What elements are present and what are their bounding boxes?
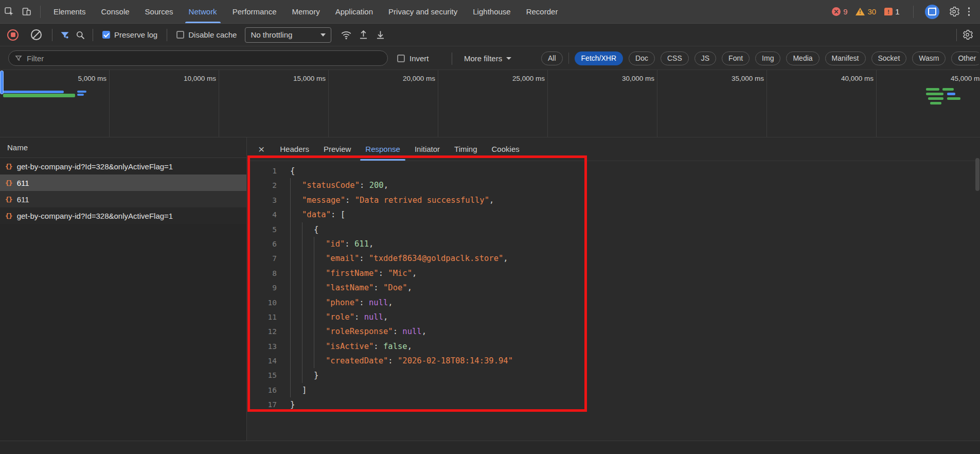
- filter-type-other[interactable]: Other: [951, 51, 979, 65]
- settings-gear-icon[interactable]: [946, 3, 963, 21]
- requests-panel: Name {}get-by-company-id?Id=328&onlyActi…: [0, 137, 247, 441]
- overview-selection-handle[interactable]: [0, 71, 4, 94]
- filter-type-img[interactable]: Img: [755, 51, 780, 65]
- search-icon[interactable]: [75, 30, 85, 40]
- device-toolbar-icon[interactable]: [17, 3, 35, 21]
- network-overview-timeline[interactable]: 5,000 ms10,000 ms15,000 ms20,000 ms25,00…: [0, 70, 980, 137]
- issues-badge[interactable]: ! 1: [884, 7, 899, 16]
- filter-type-fetch-xhr[interactable]: Fetch/XHR: [575, 51, 623, 65]
- line-number: 5: [247, 222, 277, 237]
- line-number: 4: [247, 207, 277, 222]
- devtools-tab-performance[interactable]: Performance: [225, 0, 284, 23]
- filter-type-wasm[interactable]: Wasm: [912, 51, 946, 65]
- network-conditions-icon[interactable]: [341, 29, 352, 41]
- waterfall-bar: [3, 94, 75, 97]
- json-token: "statusCode": [302, 178, 360, 193]
- details-tab-preview[interactable]: Preview: [316, 137, 358, 161]
- details-tab-response[interactable]: Response: [358, 137, 407, 161]
- clear-network-log-button[interactable]: [31, 29, 42, 40]
- devtools-tab-memory[interactable]: Memory: [284, 0, 328, 23]
- json-token: {: [290, 164, 295, 178]
- inspect-element-icon[interactable]: [0, 3, 17, 21]
- json-token: [: [341, 207, 345, 222]
- json-token: ,: [407, 281, 412, 295]
- filter-type-socket[interactable]: Socket: [871, 51, 907, 65]
- indent-guide: [302, 295, 314, 310]
- request-row[interactable]: {}get-by-company-id?Id=328&onlyActiveFla…: [0, 158, 246, 174]
- response-line: 16]: [247, 383, 975, 397]
- filter-pill-divider: [568, 53, 569, 64]
- request-row[interactable]: {}611: [0, 191, 246, 207]
- filter-type-manifest[interactable]: Manifest: [825, 51, 866, 65]
- waterfall-bar: [930, 102, 941, 104]
- indent-guide: [314, 251, 326, 266]
- disable-cache-checkbox[interactable]: [176, 31, 184, 39]
- devtools-tab-sources[interactable]: Sources: [137, 0, 181, 23]
- filter-type-media[interactable]: Media: [786, 51, 819, 65]
- preserve-log-checkbox[interactable]: [102, 31, 110, 39]
- more-options-icon[interactable]: [968, 7, 970, 16]
- devtools-tab-console[interactable]: Console: [94, 0, 137, 23]
- ai-assistant-icon[interactable]: ✦: [925, 5, 939, 19]
- filter-funnel-icon[interactable]: [60, 30, 70, 40]
- devtools-tab-lighthouse[interactable]: Lighthouse: [465, 0, 518, 23]
- json-token: null: [364, 310, 383, 324]
- record-network-log-button[interactable]: [7, 29, 19, 41]
- devtools-tab-recorder[interactable]: Recorder: [519, 0, 566, 23]
- devtools-tab-application[interactable]: Application: [328, 0, 381, 23]
- indent-guide: [290, 266, 302, 281]
- response-line: 10"phone": null,: [247, 295, 975, 310]
- indent-guide: [290, 251, 302, 266]
- indent-guide: [314, 295, 326, 310]
- network-settings-gear-icon[interactable]: [962, 29, 973, 40]
- filter-type-doc[interactable]: Doc: [629, 51, 655, 65]
- filter-type-font[interactable]: Font: [722, 51, 750, 65]
- filter-type-js[interactable]: JS: [694, 51, 716, 65]
- devtools-tab-network[interactable]: Network: [181, 0, 225, 23]
- details-tab-initiator[interactable]: Initiator: [407, 137, 447, 161]
- request-details-panel: × HeadersPreviewResponseInitiatorTimingC…: [247, 137, 980, 441]
- request-row[interactable]: {}611: [0, 174, 246, 191]
- close-details-icon[interactable]: ×: [247, 144, 273, 154]
- more-filters-button[interactable]: More filters: [464, 46, 511, 70]
- json-token: ,: [388, 295, 393, 310]
- json-token: "Data retrived successfully": [355, 193, 489, 207]
- response-line: 11"role": null,: [247, 310, 975, 324]
- network-summary-bar: [0, 441, 980, 454]
- line-number: 8: [247, 266, 277, 281]
- line-number: 9: [247, 281, 277, 295]
- indent-guide: [314, 237, 326, 251]
- waterfall-bar: [3, 91, 64, 93]
- json-token: 611: [354, 237, 369, 251]
- warning-badge[interactable]: 30: [856, 7, 876, 16]
- json-token: :: [360, 178, 369, 193]
- details-scrollbar[interactable]: [975, 158, 979, 191]
- indent-guide: [290, 339, 302, 354]
- details-tab-cookies[interactable]: Cookies: [485, 137, 527, 161]
- json-token: ,: [412, 266, 417, 281]
- request-row[interactable]: {}get-by-company-id?Id=328&onlyActiveFla…: [0, 207, 246, 224]
- details-tab-timing[interactable]: Timing: [447, 137, 484, 161]
- timeline-tick: 10,000 ms: [110, 70, 219, 137]
- import-har-icon[interactable]: [358, 29, 369, 40]
- details-tab-headers[interactable]: Headers: [273, 137, 316, 161]
- filter-type-all[interactable]: All: [541, 51, 563, 65]
- invert-checkbox[interactable]: [397, 55, 405, 62]
- timeline-tick: 30,000 ms: [548, 70, 657, 137]
- error-badge[interactable]: ✕ 9: [832, 7, 847, 16]
- filter-input[interactable]: Filter: [8, 50, 388, 66]
- toolbar-divider: [93, 29, 93, 41]
- name-column-header[interactable]: Name: [0, 137, 246, 158]
- response-line: 7"email": "txddef8634@goldpaclk.store",: [247, 251, 975, 266]
- response-body-viewer[interactable]: 1{2"statusCode": 200,3"message": "Data r…: [247, 161, 975, 441]
- indent-guide: [302, 281, 314, 295]
- response-line: 12"roleResponse": null,: [247, 324, 975, 339]
- filter-type-css[interactable]: CSS: [661, 51, 689, 65]
- json-token: "phone": [326, 295, 359, 310]
- json-token: "txddef8634@goldpaclk.store": [369, 251, 503, 266]
- throttling-dropdown[interactable]: No throttling: [245, 27, 331, 43]
- response-line: 3"message": "Data retrived successfully"…: [247, 193, 975, 207]
- export-har-icon[interactable]: [375, 29, 386, 40]
- devtools-tab-privacy-and-security[interactable]: Privacy and security: [381, 0, 465, 23]
- devtools-tab-elements[interactable]: Elements: [46, 0, 94, 23]
